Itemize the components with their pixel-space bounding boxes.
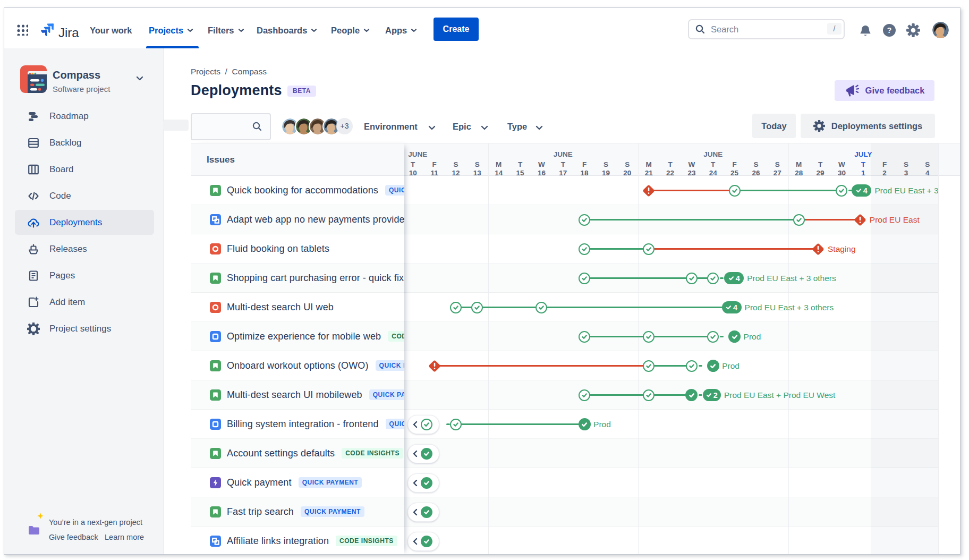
svg-text:?: ? (887, 26, 892, 35)
